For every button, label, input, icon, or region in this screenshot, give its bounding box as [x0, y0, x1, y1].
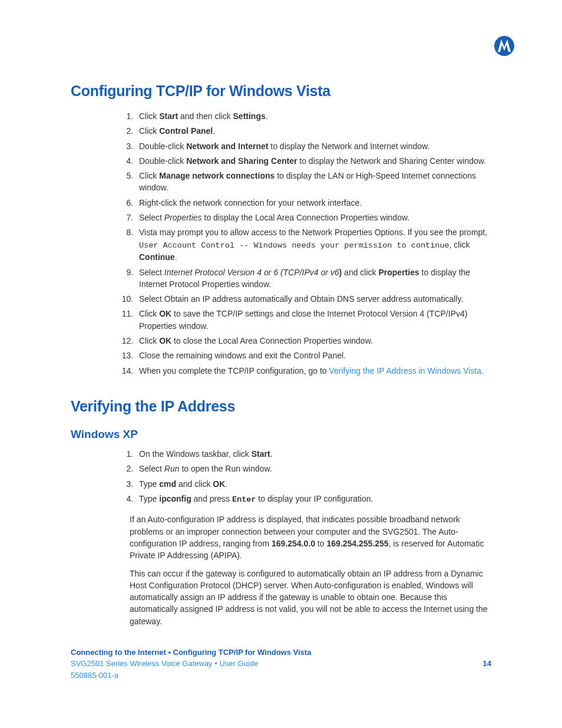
document-page: Configuring TCP/IP for Windows Vista Cli… — [0, 0, 562, 728]
list-item: Select Run to open the Run window. — [135, 463, 491, 475]
autoconfig-paragraph-1: If an Auto-configuration IP address is d… — [130, 513, 491, 561]
svg-point-0 — [494, 36, 514, 56]
autoconfig-paragraph-2: This can occur if the gateway is configu… — [130, 568, 491, 627]
list-item: Type cmd and click OK. — [135, 478, 491, 490]
list-item: On the Windows taskbar, click Start. — [135, 448, 491, 460]
list-item: Click OK to close the Local Area Connect… — [135, 335, 491, 347]
footer-guide-title: SVG2501 Series Wireless Voice Gateway • … — [71, 659, 258, 668]
verifying-ip-vista-link[interactable]: Verifying the IP Address in Windows Vist… — [329, 366, 481, 375]
footer-page-number: 14 — [483, 658, 491, 670]
motorola-logo-icon — [494, 35, 515, 57]
footer-document-number: 550885-001-a — [71, 670, 491, 681]
list-item: Click Start and then click Settings. — [135, 110, 491, 122]
list-item: Vista may prompt you to allow access to … — [135, 226, 491, 263]
subsection-heading-xp: Windows XP — [71, 428, 491, 441]
list-item: Click OK to save the TCP/IP settings and… — [135, 308, 491, 332]
list-item: Click Control Panel. — [135, 125, 491, 137]
section-heading-configuring: Configuring TCP/IP for Windows Vista — [71, 83, 491, 100]
list-item: Select Internet Protocol Version 4 or 6 … — [135, 266, 491, 291]
footer-breadcrumb: Connecting to the Internet • Configuring… — [71, 647, 491, 658]
list-item: Right-click the network connection for y… — [135, 197, 491, 209]
verifying-steps-list: On the Windows taskbar, click Start. Sel… — [71, 448, 491, 505]
configuring-steps-list: Click Start and then click Settings. Cli… — [71, 110, 491, 377]
list-item: Double-click Network and Sharing Center … — [135, 155, 491, 167]
list-item: Close the remaining windows and exit the… — [135, 350, 491, 361]
list-item: When you complete the TCP/IP configurati… — [135, 365, 491, 377]
section-heading-verifying: Verifying the IP Address — [71, 398, 491, 415]
list-item: Double-click Network and Internet to dis… — [135, 140, 491, 152]
list-item: Click Manage network connections to disp… — [135, 170, 491, 194]
list-item: Select Obtain an IP address automaticall… — [135, 293, 491, 305]
list-item: Type ipconfig and press Enter to display… — [135, 493, 491, 506]
list-item: Select Properties to display the Local A… — [135, 212, 491, 223]
page-footer: Connecting to the Internet • Configuring… — [71, 647, 491, 681]
